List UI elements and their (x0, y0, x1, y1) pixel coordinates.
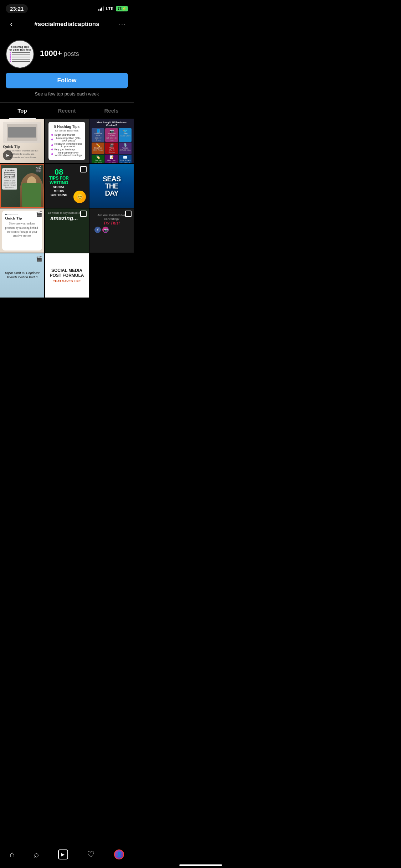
checkbox-overlay (80, 166, 87, 172)
follow-subtitle: See a few top posts each week (0, 91, 134, 102)
more-icon: ··· (119, 20, 126, 29)
profile-info: 1000+ posts (40, 49, 128, 60)
hashtag-subtitle: for Small Business (51, 129, 83, 132)
avatar-title-text: 5 Hashtag Tipsfor Small Business (9, 46, 31, 51)
avatar-list (10, 52, 30, 63)
status-time: 23:21 (6, 4, 28, 13)
battery-indicator: 73⚡ (116, 6, 128, 11)
tabs-bar: Top Recent Reels (0, 103, 134, 119)
lte-label: LTE (106, 6, 113, 11)
status-bar: 23:21 LTE 73⚡ (0, 0, 134, 16)
grid-cell-video-woman[interactable]: A humble post about protecting your peac… (0, 164, 44, 208)
status-icons: LTE 73⚡ (98, 6, 128, 11)
amazing-content: 13 words to say instead of amazing... (48, 211, 81, 221)
follow-button[interactable]: Follow (6, 73, 128, 88)
hashtag-items: Target your market Low competition (10k-… (51, 134, 83, 156)
tab-reels[interactable]: Reels (89, 103, 134, 119)
header: ‹ #socialmediatcaptions ··· (0, 16, 134, 34)
checkbox-captions (125, 211, 132, 217)
taylor-content: Taylor Swift IG Captions: Friends Editio… (4, 271, 41, 279)
back-button[interactable]: ‹ (6, 19, 17, 30)
hashtag-card: 5 Hashtag Tips for Small Business Target… (48, 122, 86, 160)
grid-cell-hashtag[interactable]: 5 Hashtag Tips for Small Business Target… (45, 119, 89, 163)
reel-icon-quicktip: 🎬 (36, 211, 42, 217)
posts-grid: Quick Tip Share customer testimonials th… (0, 119, 134, 298)
signal-icon (98, 6, 104, 11)
sea-text: SEAS THE DAY (103, 175, 120, 197)
tips-title: TIPS FORWRITING (49, 176, 69, 185)
tab-recent[interactable]: Recent (45, 103, 89, 119)
checkbox-amazing (80, 211, 87, 217)
grid-cell-sea[interactable]: SEAS THE DAY (89, 164, 134, 208)
quicktip2-body: Showcase your unique products by featuri… (5, 222, 39, 238)
more-button[interactable]: ··· (117, 19, 128, 30)
reel-icon-taylor: 🎬 (36, 255, 42, 262)
social-formula-content: SOCIAL MEDIA POST FORMULA THAT SAVES LIF… (48, 268, 86, 283)
grid-cell-amazing[interactable]: 13 words to say instead of amazing... (45, 208, 89, 253)
grid-cell-taylor[interactable]: Taylor Swift IG Captions: Friends Editio… (0, 253, 44, 298)
video-play-icon: 🎬 (35, 166, 42, 173)
tips-subtitle: SOCIALMEDIACAPTIONS (49, 185, 69, 197)
grid-cell-laptop[interactable]: Quick Tip Share customer testimonials th… (0, 119, 44, 163)
length-title: Ideal Length Of Business Content? (92, 121, 132, 127)
length-grid: 📘 Facebook Post 100-140 Chars 📷 Instagra… (92, 128, 132, 163)
tab-top[interactable]: Top (0, 103, 45, 119)
tips-number: 08 (49, 168, 69, 176)
hashtag-title: 5 Hashtag Tips (51, 125, 83, 129)
post-count: 1000+ posts (40, 49, 128, 58)
quicktip2-title: Quick Tip (5, 216, 22, 220)
grid-cell-tips[interactable]: 08 TIPS FORWRITING SOCIALMEDIACAPTIONS 😊 (45, 164, 89, 208)
laptop-tip-title: Quick Tip (3, 144, 20, 149)
back-icon: ‹ (10, 20, 12, 29)
grid-cell-captions[interactable]: Are Your Captions Not Converting? Try Th… (89, 208, 134, 253)
page-title: #socialmediatcaptions (34, 21, 99, 28)
grid-cell-length[interactable]: Ideal Length Of Business Content? 📘 Face… (89, 119, 134, 163)
grid-cell-quicktip2[interactable]: 📷 laptop photo area Quick Tip Showcase y… (0, 208, 44, 253)
profile-section: 5 Hashtag Tipsfor Small Business 1000+ p… (0, 34, 134, 73)
avatar: 5 Hashtag Tipsfor Small Business (6, 40, 34, 68)
grid-cell-social-formula[interactable]: SOCIAL MEDIA POST FORMULA THAT SAVES LIF… (45, 253, 89, 298)
play-icon: ▶ (3, 150, 13, 160)
checkbox-social-formula (80, 255, 87, 262)
